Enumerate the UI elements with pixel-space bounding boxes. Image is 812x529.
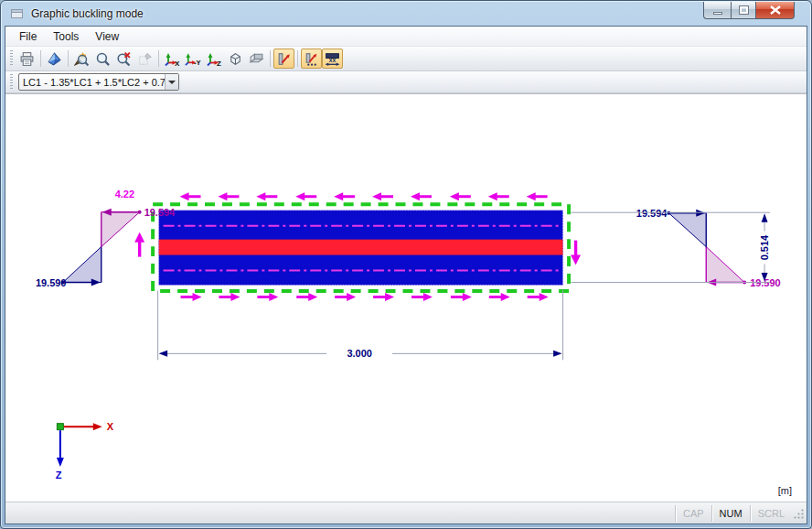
view-z-icon: Z <box>206 51 224 67</box>
scroll-lock-indicator: SCRL <box>750 505 792 522</box>
resize-grip[interactable] <box>792 505 807 522</box>
view-minus-y-button[interactable]: -Y <box>183 49 204 69</box>
isometric-cube-icon <box>228 51 243 67</box>
zoom-window-icon <box>74 51 90 67</box>
client-area: File Tools View <box>5 26 807 524</box>
close-button[interactable] <box>755 2 795 19</box>
menu-file[interactable]: File <box>11 27 45 46</box>
combo-dropdown-button[interactable] <box>165 74 178 90</box>
print-button[interactable] <box>16 49 37 69</box>
left-top-node <box>138 211 142 214</box>
beam-core-stripe <box>159 240 563 255</box>
coordinate-system: X Z <box>56 421 114 480</box>
load-arrow <box>488 192 509 200</box>
svg-text:xx: xx <box>329 57 337 63</box>
mode-value-label: 4.22 <box>115 189 134 200</box>
menu-tools[interactable]: Tools <box>45 27 87 46</box>
height-dimension[interactable]: 0.514 <box>572 212 771 282</box>
left-bottom-value: 19.590 <box>36 277 67 288</box>
length-dimension-value: 3.000 <box>347 348 371 359</box>
caps-lock-indicator: CAP <box>675 505 711 522</box>
dimension-arrowhead-right <box>553 351 561 357</box>
load-arrow <box>527 192 548 200</box>
resize-grip-icon <box>793 508 805 520</box>
left-top-triangle <box>102 212 140 247</box>
magnifier-cancel-icon <box>116 51 132 67</box>
load-arrow <box>256 192 277 200</box>
app-window: Graphic buckling mode File Tools View <box>0 0 812 529</box>
toolbar-separator <box>297 50 298 67</box>
load-arrow <box>335 293 356 301</box>
z-axis-arrowhead <box>57 458 64 467</box>
graphics-canvas[interactable]: 4.22 <box>5 93 807 502</box>
z-axis-label: Z <box>56 470 62 480</box>
view-x-icon: X <box>164 51 182 67</box>
chevron-down-icon <box>168 81 176 84</box>
view-perspective-button[interactable] <box>246 49 267 69</box>
load-case-combobox[interactable]: LC1 - 1.35*LC1 + 1.5*LC2 + 0.7 <box>18 73 179 91</box>
load-arrow <box>411 293 433 301</box>
view-isometric-button[interactable] <box>225 49 246 69</box>
svg-text:Z: Z <box>217 59 221 67</box>
menu-bar: File Tools View <box>5 27 807 47</box>
bottom-load-arrows <box>181 293 549 301</box>
window-title: Graphic buckling mode <box>31 7 144 20</box>
left-bottom-triangle <box>63 247 102 283</box>
load-case-value: LC1 - 1.35*LC1 + 1.5*LC2 + 0.7 <box>19 77 165 88</box>
printer-icon <box>19 51 35 67</box>
status-bar: CAP NUM SCRL <box>5 502 807 524</box>
zoom-cancel-button[interactable] <box>113 49 134 69</box>
load-arrow <box>180 192 201 200</box>
toolbar-drag-handle[interactable] <box>10 74 13 91</box>
dimensions-icon: xx <box>324 51 341 67</box>
minimize-button[interactable] <box>703 2 731 19</box>
load-arrow <box>296 293 317 301</box>
magnifier-icon <box>95 51 111 67</box>
view-x-button[interactable]: X <box>162 49 183 69</box>
window-icon <box>10 6 25 21</box>
load-arrow <box>528 293 549 301</box>
show-result-values-button[interactable] <box>301 49 322 69</box>
load-arrow <box>451 293 472 301</box>
toolbar-drag-handle[interactable] <box>10 50 13 67</box>
beam-member[interactable] <box>159 211 563 286</box>
load-arrow <box>257 293 278 301</box>
dimension-arrowhead-left <box>159 351 167 357</box>
perspective-icon <box>249 51 264 67</box>
load-arrow <box>373 293 394 301</box>
minimize-icon <box>713 12 722 15</box>
x-axis-label: X <box>107 421 114 432</box>
render-colors-button[interactable] <box>44 49 65 69</box>
right-top-triangle <box>668 213 706 247</box>
loadcase-toolbar: LC1 - 1.35*LC1 + 1.5*LC2 + 0.7 <box>5 71 807 93</box>
snap-grid-button <box>134 49 155 69</box>
render-icon <box>47 51 62 67</box>
load-arrow <box>489 293 510 301</box>
origin-node <box>57 424 63 430</box>
load-arrow <box>450 192 471 200</box>
title-bar[interactable]: Graphic buckling mode <box>1 1 811 26</box>
x-axis-arrowhead <box>93 423 102 430</box>
zoom-window-button[interactable] <box>71 49 92 69</box>
maximize-button[interactable] <box>731 2 755 19</box>
load-arrow <box>181 293 202 301</box>
top-load-arrows <box>180 192 548 200</box>
show-buckling-shape-button[interactable] <box>273 49 294 69</box>
window-controls <box>703 2 795 19</box>
buckling-drawing: 4.22 <box>5 94 807 502</box>
right-shear-arrow <box>571 241 581 265</box>
toolbar-separator <box>158 50 159 67</box>
show-dimensions-button[interactable]: xx <box>322 49 343 69</box>
load-arrow <box>411 192 432 200</box>
height-dimension-value: 0.514 <box>759 234 770 260</box>
toolbar-separator <box>68 50 69 67</box>
toolbar-separator <box>40 50 41 67</box>
load-arrow <box>295 192 316 200</box>
snap-grid-icon <box>137 51 153 67</box>
result-values-icon <box>304 51 319 67</box>
menu-view[interactable]: View <box>87 27 127 46</box>
view-z-button[interactable]: Z <box>204 49 225 69</box>
svg-text:-Y: -Y <box>194 59 201 67</box>
load-arrow <box>372 192 393 200</box>
zoom-in-button[interactable] <box>92 49 113 69</box>
